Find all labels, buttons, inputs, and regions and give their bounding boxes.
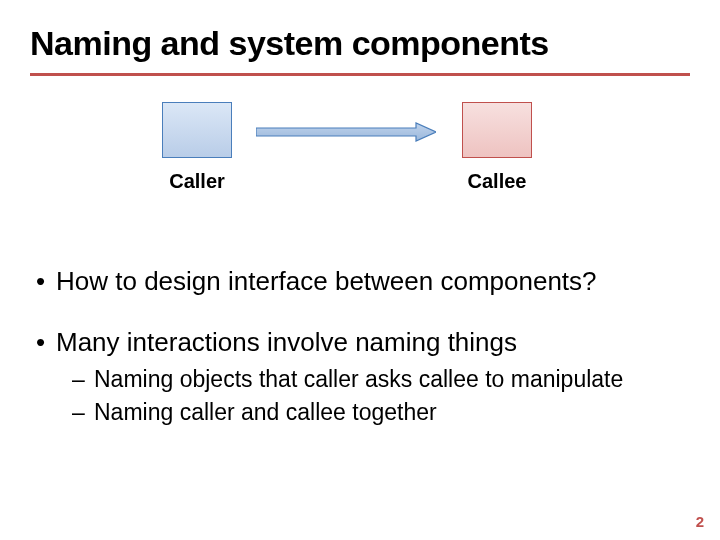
slide: Naming and system components Caller Call… xyxy=(0,0,720,540)
slide-title: Naming and system components xyxy=(30,24,690,63)
arrow-icon xyxy=(256,122,436,142)
dash-icon: – xyxy=(72,399,94,426)
sub-bullet-2: –Naming caller and callee together xyxy=(72,399,690,426)
sub-bullet-1-text: Naming objects that caller asks callee t… xyxy=(94,366,623,392)
title-underline xyxy=(30,73,690,76)
caller-label: Caller xyxy=(142,170,252,193)
diagram: Caller Callee xyxy=(30,88,690,248)
page-number: 2 xyxy=(696,513,704,530)
bullet-dot-icon: • xyxy=(36,327,56,358)
bullet-list: •How to design interface between compone… xyxy=(30,266,690,426)
sub-bullet-1: –Naming objects that caller asks callee … xyxy=(72,366,690,393)
bullet-1: •How to design interface between compone… xyxy=(36,266,690,297)
dash-icon: – xyxy=(72,366,94,393)
caller-box xyxy=(162,102,232,158)
sub-bullet-2-text: Naming caller and callee together xyxy=(94,399,437,425)
bullet-2-text: Many interactions involve naming things xyxy=(56,327,517,357)
bullet-dot-icon: • xyxy=(36,266,56,297)
callee-box xyxy=(462,102,532,158)
bullet-1-text: How to design interface between componen… xyxy=(56,266,597,296)
svg-marker-0 xyxy=(256,123,436,141)
bullet-2: •Many interactions involve naming things xyxy=(36,327,690,358)
callee-label: Callee xyxy=(442,170,552,193)
